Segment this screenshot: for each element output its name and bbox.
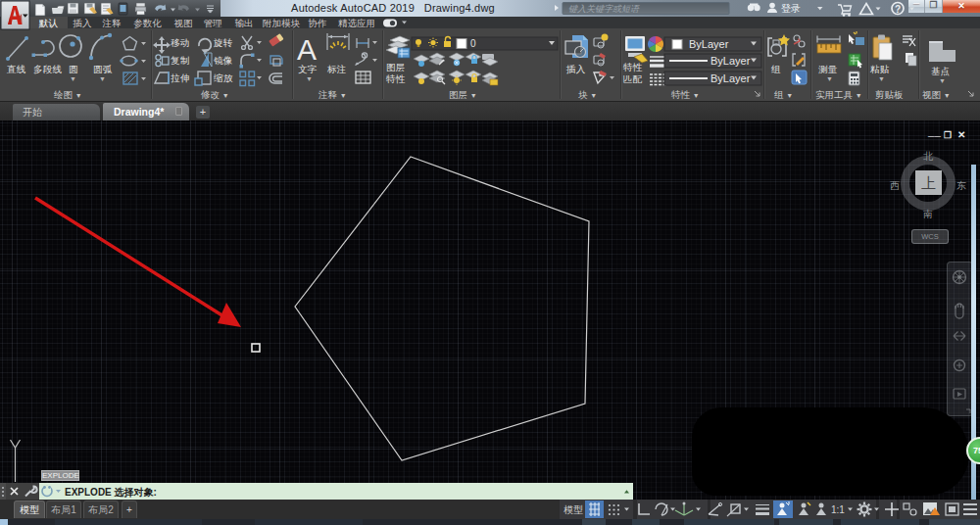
svg-text:模型: 模型 [564, 504, 583, 515]
svg-text:键入关键字或短语: 键入关键字或短语 [568, 4, 640, 14]
svg-text:ByLayer: ByLayer [689, 38, 729, 50]
svg-text:1:1: 1:1 [831, 504, 845, 515]
svg-text:A: A [297, 33, 317, 66]
svg-text:登录: 登录 [781, 3, 801, 14]
svg-text:ByLayer: ByLayer [710, 72, 751, 84]
svg-text:ByLayer: ByLayer [710, 55, 751, 67]
svg-text:0: 0 [470, 38, 476, 49]
svg-text:?: ? [895, 4, 901, 15]
